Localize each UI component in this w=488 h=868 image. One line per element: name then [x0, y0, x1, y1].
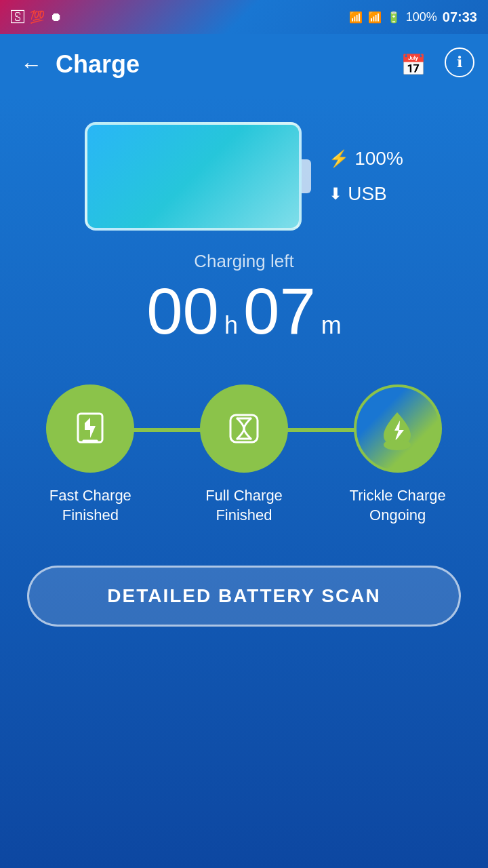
- detailed-battery-scan-button[interactable]: DETAILED BATTERY SCAN: [27, 566, 461, 627]
- main-content: ⚡ 100% ⬇ USB Charging left 00 h 07 m: [0, 95, 488, 868]
- charging-label: Charging left: [194, 251, 293, 272]
- svg-point-5: [384, 439, 411, 450]
- info-icon[interactable]: ℹ: [445, 47, 474, 77]
- step-full-charge-icon: [200, 384, 288, 473]
- calendar-icon[interactable]: 📅: [395, 47, 431, 82]
- step-trickle-charge: Trickle Charge Ongoing: [321, 384, 474, 525]
- status-bar-right: 📶 📶 🔋 100% 07:33: [349, 9, 477, 25]
- step-fast-charge: Fast Charge Finished: [14, 384, 167, 525]
- hours-value: 00: [146, 279, 219, 344]
- charge-steps: Fast Charge Finished Full Charge Finishe…: [14, 384, 474, 525]
- battery-source: ⬇ USB: [329, 183, 403, 205]
- charging-time: 00 h 07 m: [146, 279, 342, 344]
- battery-body: [85, 122, 302, 231]
- step-full-charge-label: Full Charge Finished: [205, 486, 283, 525]
- step-fast-charge-icon: [46, 384, 134, 473]
- signal-icon: 📶: [349, 11, 363, 24]
- step-trickle-charge-icon: [354, 384, 442, 473]
- step-trickle-charge-label: Trickle Charge Ongoing: [350, 486, 446, 525]
- battery-visual-container: ⚡ 100% ⬇ USB: [85, 122, 403, 231]
- minutes-value: 07: [243, 279, 316, 344]
- battery-pct-text: 100%: [406, 10, 437, 24]
- page-title: Charge: [56, 50, 395, 79]
- app-icon-1: 🅂: [11, 9, 24, 25]
- back-button[interactable]: ←: [14, 45, 49, 84]
- status-bar-left: 🅂 💯 ⏺: [11, 9, 62, 25]
- battery-status-icon: 🔋: [387, 11, 401, 24]
- nav-icons: 📅 ℹ: [395, 47, 474, 82]
- minutes-unit: m: [321, 311, 342, 340]
- lightning-icon: ⚡: [329, 149, 349, 168]
- app-icon-3: ⏺: [50, 10, 62, 24]
- app-icon-2: 💯: [30, 9, 45, 24]
- usb-icon: ⬇: [329, 184, 342, 203]
- status-bar: 🅂 💯 ⏺ 📶 📶 🔋 100% 07:33: [0, 0, 488, 34]
- step-full-charge: Full Charge Finished: [167, 384, 321, 525]
- step-fast-charge-label: Fast Charge Finished: [49, 486, 131, 525]
- wifi-icon: 📶: [368, 11, 382, 24]
- top-nav: ← Charge 📅 ℹ: [0, 34, 488, 95]
- time-text: 07:33: [443, 9, 477, 25]
- battery-info: ⚡ 100% ⬇ USB: [329, 148, 403, 205]
- battery-percentage: ⚡ 100%: [329, 148, 403, 170]
- hours-unit: h: [224, 311, 238, 340]
